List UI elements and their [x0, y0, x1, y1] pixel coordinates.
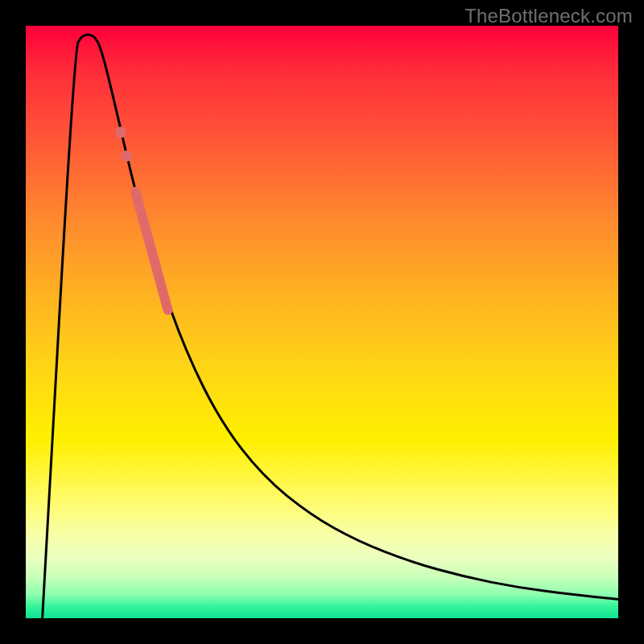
main-curve-line — [43, 35, 618, 618]
highlight-segment — [135, 192, 167, 310]
chart-frame: TheBottleneck.com — [0, 0, 644, 644]
chart-svg — [26, 26, 618, 618]
highlight-dot — [115, 127, 126, 138]
plot-area — [26, 26, 618, 618]
watermark-text: TheBottleneck.com — [464, 5, 633, 27]
highlight-dot — [121, 151, 132, 162]
